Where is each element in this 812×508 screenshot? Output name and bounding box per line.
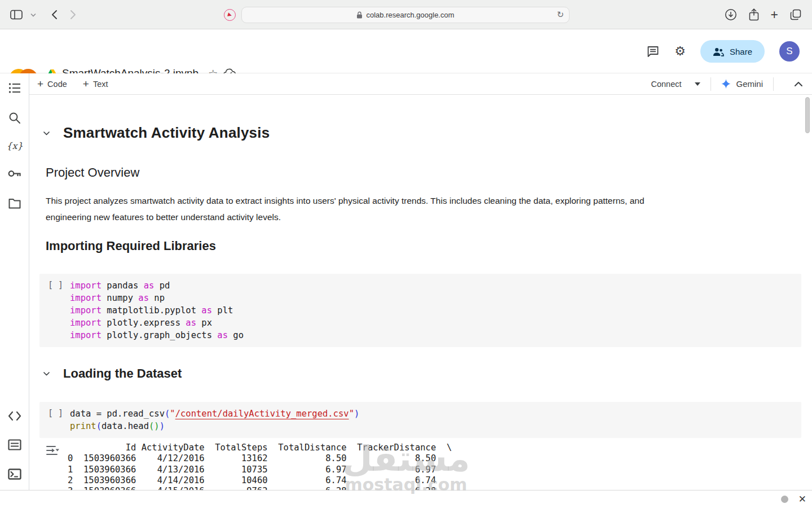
overview-heading: Project Overview: [46, 165, 812, 180]
code-editor[interactable]: import pandas as pdimport numpy as npimp…: [70, 279, 244, 341]
avatar[interactable]: S: [779, 41, 800, 62]
share-button[interactable]: Share: [700, 40, 765, 63]
browser-chrome: ▶ colab.research.google.com ↻ +: [0, 0, 812, 29]
collapse-section-icon[interactable]: [42, 370, 51, 378]
page-title: Smartwatch Activity Analysis: [63, 124, 270, 142]
chevron-down-icon[interactable]: [30, 13, 36, 17]
variables-glyph: {x}: [6, 141, 23, 151]
divider: [773, 77, 774, 91]
libraries-heading: Importing Required Libraries: [46, 239, 812, 253]
url-text: colab.research.google.com: [366, 11, 454, 19]
section-title: Loading the Dataset: [63, 366, 182, 381]
divider: [710, 77, 711, 91]
new-tab-icon[interactable]: +: [771, 8, 778, 21]
record-indicator-icon[interactable]: ▶: [224, 9, 236, 21]
dataframe-output: Id ActivityDate TotalSteps TotalDistance…: [68, 441, 452, 490]
share-page-icon[interactable]: [748, 8, 760, 21]
terminal-icon[interactable]: [0, 468, 29, 480]
url-bar[interactable]: colab.research.google.com ↻: [241, 7, 570, 23]
code-snippets-icon[interactable]: [0, 411, 29, 421]
cell-output: Id ActivityDate TotalSteps TotalDistance…: [39, 441, 801, 490]
section-header-analysis: Smartwatch Activity Analysis: [29, 124, 812, 142]
command-palette-icon[interactable]: [0, 439, 29, 450]
connect-button[interactable]: Connect: [651, 80, 681, 89]
scrollbar-thumb[interactable]: [805, 97, 810, 133]
cell-gutter[interactable]: [ ]: [39, 408, 70, 432]
status-dot-icon: [781, 496, 788, 503]
notebook-content: Smartwatch Activity Analysis Project Ove…: [29, 95, 812, 490]
add-code-button[interactable]: + Code: [37, 78, 67, 89]
connect-caret-icon[interactable]: [695, 82, 700, 86]
files-folder-icon[interactable]: [0, 198, 29, 209]
close-icon[interactable]: ✕: [798, 493, 806, 505]
plus-icon: +: [83, 78, 89, 89]
section-header-loading: Loading the Dataset: [29, 366, 812, 381]
gemini-button[interactable]: Gemini: [721, 79, 763, 89]
search-icon[interactable]: [0, 112, 29, 124]
code-cell-imports[interactable]: [ ] import pandas as pdimport numpy as n…: [39, 274, 801, 347]
colab-header: SmartWatchAnalysis-2.ipynb ☆ File Edit V…: [0, 29, 812, 73]
back-icon[interactable]: [51, 10, 58, 20]
plus-icon: +: [37, 78, 43, 89]
people-icon: [713, 47, 724, 56]
comments-icon[interactable]: [646, 45, 660, 58]
gemini-label: Gemini: [736, 79, 763, 89]
sidebar-toggle-icon[interactable]: [10, 10, 23, 20]
run-cell-indicator[interactable]: [ ]: [48, 280, 63, 290]
downloads-icon[interactable]: [725, 8, 737, 21]
code-editor[interactable]: data = pd.read_csv("/content/dailyActivi…: [70, 408, 359, 432]
settings-gear-icon[interactable]: ⚙: [674, 45, 686, 58]
add-code-label: Code: [47, 80, 67, 89]
output-actions-icon[interactable]: [45, 444, 68, 457]
record-arrow-icon: ▶: [227, 12, 232, 18]
notebook-toolbar: + Code + Text Connect Gemini: [29, 73, 812, 95]
variables-icon[interactable]: {x}: [0, 141, 29, 151]
gemini-sparkle-icon: [721, 79, 731, 89]
cell-gutter[interactable]: [ ]: [39, 279, 70, 341]
secrets-key-icon[interactable]: [0, 169, 29, 178]
left-sidebar: {x}: [0, 73, 29, 490]
tab-overview-icon[interactable]: [789, 8, 802, 21]
add-text-button[interactable]: + Text: [83, 78, 108, 89]
collapse-section-icon[interactable]: [42, 129, 51, 137]
table-of-contents-icon[interactable]: [0, 82, 29, 94]
run-cell-indicator[interactable]: [ ]: [48, 408, 63, 418]
bottom-bar: ✕: [0, 490, 812, 508]
lock-icon: [356, 11, 363, 19]
reload-icon[interactable]: ↻: [557, 10, 564, 20]
add-text-label: Text: [93, 80, 108, 89]
forward-icon[interactable]: [70, 10, 77, 20]
collapse-toolbar-icon[interactable]: [794, 81, 803, 87]
share-label: Share: [730, 47, 752, 56]
code-cell-load-data[interactable]: [ ] data = pd.read_csv("/content/dailyAc…: [39, 402, 801, 438]
overview-paragraph: This project analyzes smartwatch activit…: [46, 192, 666, 225]
